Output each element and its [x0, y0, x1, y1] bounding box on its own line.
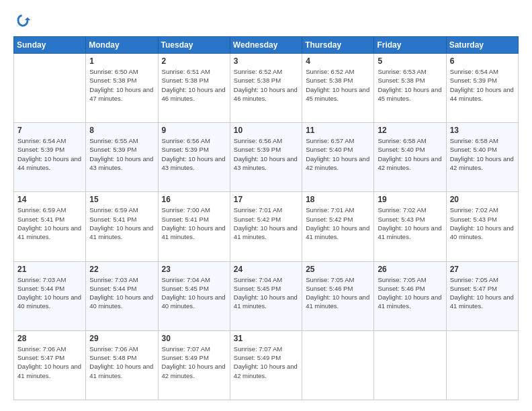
calendar-cell [302, 330, 374, 400]
day-number: 13 [450, 126, 515, 135]
day-number: 1 [89, 56, 154, 66]
day-number: 16 [162, 195, 226, 204]
day-number: 11 [306, 126, 370, 135]
calendar-cell [14, 54, 86, 123]
calendar-cell: 21 Sunrise: 7:03 AMSunset: 5:44 PMDaylig… [14, 261, 86, 330]
day-number: 28 [17, 334, 82, 343]
day-info: Sunrise: 7:05 AMSunset: 5:47 PMDaylight:… [450, 276, 514, 310]
calendar-cell: 8 Sunrise: 6:55 AMSunset: 5:39 PMDayligh… [86, 123, 158, 192]
calendar-cell: 15 Sunrise: 6:59 AMSunset: 5:41 PMDaylig… [86, 192, 158, 261]
day-number: 31 [234, 334, 298, 343]
weekday-header-thursday: Thursday [302, 37, 374, 54]
day-info: Sunrise: 6:57 AMSunset: 5:40 PMDaylight:… [306, 137, 369, 171]
day-info: Sunrise: 7:03 AMSunset: 5:44 PMDaylight:… [17, 276, 81, 310]
weekday-header-tuesday: Tuesday [158, 37, 230, 54]
day-info: Sunrise: 6:58 AMSunset: 5:40 PMDaylight:… [450, 137, 514, 171]
calendar-cell: 11 Sunrise: 6:57 AMSunset: 5:40 PMDaylig… [302, 123, 374, 192]
day-number: 5 [378, 56, 442, 66]
weekday-header-saturday: Saturday [446, 37, 518, 54]
calendar-cell: 6 Sunrise: 6:54 AMSunset: 5:39 PMDayligh… [446, 54, 518, 123]
calendar-cell: 3 Sunrise: 6:52 AMSunset: 5:38 PMDayligh… [230, 54, 302, 123]
day-info: Sunrise: 6:58 AMSunset: 5:40 PMDaylight:… [378, 137, 441, 171]
day-number: 3 [234, 56, 298, 66]
logo [13, 11, 35, 30]
day-number: 17 [234, 195, 298, 204]
calendar-cell: 10 Sunrise: 6:56 AMSunset: 5:39 PMDaylig… [230, 123, 302, 192]
calendar-cell [374, 330, 446, 400]
day-info: Sunrise: 7:02 AMSunset: 5:43 PMDaylight:… [378, 206, 441, 240]
day-info: Sunrise: 6:54 AMSunset: 5:39 PMDaylight:… [17, 137, 81, 171]
day-info: Sunrise: 6:56 AMSunset: 5:39 PMDaylight:… [234, 137, 298, 171]
day-info: Sunrise: 7:00 AMSunset: 5:41 PMDaylight:… [162, 206, 226, 240]
day-info: Sunrise: 6:53 AMSunset: 5:38 PMDaylight:… [378, 68, 441, 102]
calendar-cell [446, 330, 518, 400]
calendar-week-4: 21 Sunrise: 7:03 AMSunset: 5:44 PMDaylig… [14, 261, 519, 330]
calendar-cell: 4 Sunrise: 6:52 AMSunset: 5:38 PMDayligh… [302, 54, 374, 123]
calendar-cell: 26 Sunrise: 7:05 AMSunset: 5:46 PMDaylig… [374, 261, 446, 330]
calendar-cell: 13 Sunrise: 6:58 AMSunset: 5:40 PMDaylig… [446, 123, 518, 192]
day-number: 25 [306, 265, 370, 274]
day-number: 27 [450, 265, 515, 274]
calendar-cell: 31 Sunrise: 7:07 AMSunset: 5:49 PMDaylig… [230, 330, 302, 400]
calendar-week-2: 7 Sunrise: 6:54 AMSunset: 5:39 PMDayligh… [14, 123, 519, 192]
day-number: 23 [162, 265, 226, 274]
day-number: 15 [89, 195, 154, 204]
weekday-header-monday: Monday [86, 37, 158, 54]
calendar-week-3: 14 Sunrise: 6:59 AMSunset: 5:41 PMDaylig… [14, 192, 519, 261]
day-number: 19 [378, 195, 442, 204]
day-number: 26 [378, 265, 442, 274]
day-number: 18 [306, 195, 370, 204]
day-number: 8 [89, 126, 154, 135]
day-info: Sunrise: 6:56 AMSunset: 5:39 PMDaylight:… [162, 137, 226, 171]
day-number: 9 [162, 126, 226, 135]
day-number: 6 [450, 56, 515, 66]
day-number: 30 [162, 334, 226, 343]
calendar-cell: 1 Sunrise: 6:50 AMSunset: 5:38 PMDayligh… [86, 54, 158, 123]
day-number: 2 [162, 56, 226, 66]
day-info: Sunrise: 6:54 AMSunset: 5:39 PMDaylight:… [450, 68, 514, 102]
day-info: Sunrise: 7:05 AMSunset: 5:46 PMDaylight:… [378, 276, 441, 310]
calendar-cell: 18 Sunrise: 7:01 AMSunset: 5:42 PMDaylig… [302, 192, 374, 261]
calendar-cell: 27 Sunrise: 7:05 AMSunset: 5:47 PMDaylig… [446, 261, 518, 330]
day-info: Sunrise: 7:06 AMSunset: 5:48 PMDaylight:… [89, 345, 153, 379]
calendar-cell: 25 Sunrise: 7:05 AMSunset: 5:46 PMDaylig… [302, 261, 374, 330]
calendar-cell: 5 Sunrise: 6:53 AMSunset: 5:38 PMDayligh… [374, 54, 446, 123]
day-info: Sunrise: 6:55 AMSunset: 5:39 PMDaylight:… [89, 137, 153, 171]
calendar-cell: 29 Sunrise: 7:06 AMSunset: 5:48 PMDaylig… [86, 330, 158, 400]
day-info: Sunrise: 7:03 AMSunset: 5:44 PMDaylight:… [89, 276, 153, 310]
day-number: 21 [17, 265, 82, 274]
calendar-cell: 12 Sunrise: 6:58 AMSunset: 5:40 PMDaylig… [374, 123, 446, 192]
calendar-cell: 23 Sunrise: 7:04 AMSunset: 5:45 PMDaylig… [158, 261, 230, 330]
calendar-week-5: 28 Sunrise: 7:06 AMSunset: 5:47 PMDaylig… [14, 330, 519, 400]
day-info: Sunrise: 7:05 AMSunset: 5:46 PMDaylight:… [306, 276, 369, 310]
calendar-cell: 17 Sunrise: 7:01 AMSunset: 5:42 PMDaylig… [230, 192, 302, 261]
day-info: Sunrise: 6:59 AMSunset: 5:41 PMDaylight:… [17, 206, 81, 240]
calendar-cell: 20 Sunrise: 7:02 AMSunset: 5:43 PMDaylig… [446, 192, 518, 261]
day-info: Sunrise: 6:52 AMSunset: 5:38 PMDaylight:… [306, 68, 369, 102]
day-number: 12 [378, 126, 442, 135]
calendar-header-row: SundayMondayTuesdayWednesdayThursdayFrid… [14, 37, 519, 54]
day-info: Sunrise: 6:52 AMSunset: 5:38 PMDaylight:… [234, 68, 298, 102]
calendar-cell: 2 Sunrise: 6:51 AMSunset: 5:38 PMDayligh… [158, 54, 230, 123]
day-number: 20 [450, 195, 515, 204]
day-info: Sunrise: 7:01 AMSunset: 5:42 PMDaylight:… [306, 206, 369, 240]
day-info: Sunrise: 7:07 AMSunset: 5:49 PMDaylight:… [162, 345, 226, 379]
calendar-cell: 30 Sunrise: 7:07 AMSunset: 5:49 PMDaylig… [158, 330, 230, 400]
day-number: 7 [17, 126, 82, 135]
logo-icon [13, 11, 32, 30]
day-number: 10 [234, 126, 298, 135]
calendar-cell: 19 Sunrise: 7:02 AMSunset: 5:43 PMDaylig… [374, 192, 446, 261]
weekday-header-wednesday: Wednesday [230, 37, 302, 54]
day-info: Sunrise: 7:01 AMSunset: 5:42 PMDaylight:… [234, 206, 298, 240]
day-info: Sunrise: 7:04 AMSunset: 5:45 PMDaylight:… [162, 276, 226, 310]
calendar-week-1: 1 Sunrise: 6:50 AMSunset: 5:38 PMDayligh… [14, 54, 519, 123]
calendar-cell: 28 Sunrise: 7:06 AMSunset: 5:47 PMDaylig… [14, 330, 86, 400]
calendar-cell: 22 Sunrise: 7:03 AMSunset: 5:44 PMDaylig… [86, 261, 158, 330]
day-number: 29 [89, 334, 154, 343]
calendar-table: SundayMondayTuesdayWednesdayThursdayFrid… [13, 36, 519, 400]
day-info: Sunrise: 6:50 AMSunset: 5:38 PMDaylight:… [89, 68, 153, 102]
day-info: Sunrise: 7:02 AMSunset: 5:43 PMDaylight:… [450, 206, 514, 240]
day-info: Sunrise: 6:59 AMSunset: 5:41 PMDaylight:… [89, 206, 153, 240]
calendar-cell: 9 Sunrise: 6:56 AMSunset: 5:39 PMDayligh… [158, 123, 230, 192]
day-number: 22 [89, 265, 154, 274]
